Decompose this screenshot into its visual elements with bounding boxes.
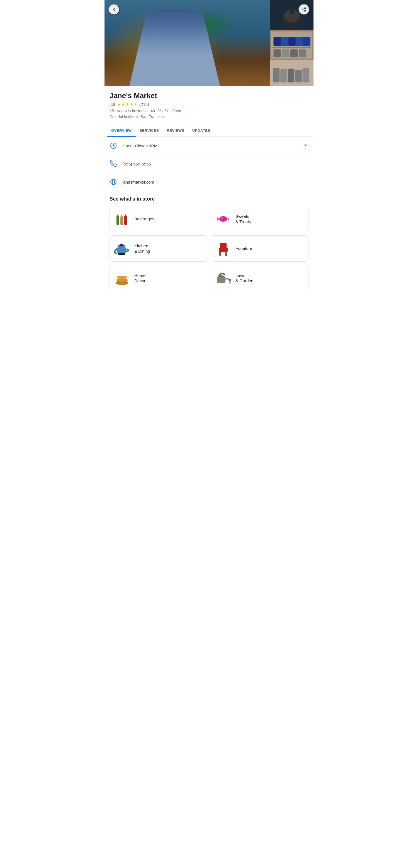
svg-point-31 — [169, 24, 172, 27]
hours-closes: · Closes 9PM — [132, 144, 157, 148]
sweets-label: Sweets& Treats — [236, 214, 251, 224]
phone-number: (555) 555-5555 — [122, 161, 308, 166]
svg-rect-40 — [290, 10, 293, 14]
hours-text: Open· Closes 9PM — [122, 144, 297, 148]
category-beverages[interactable]: Beverages — [110, 206, 207, 232]
svg-point-36 — [183, 60, 194, 68]
svg-text:COME IN, WE ARE: COME IN, WE ARE — [216, 19, 236, 22]
svg-point-34 — [158, 32, 161, 35]
beverages-label: Beverages — [134, 216, 154, 222]
back-icon — [111, 7, 117, 12]
tab-services[interactable]: Services — [136, 125, 163, 136]
svg-text:OPEN: OPEN — [221, 22, 232, 27]
svg-rect-24 — [144, 38, 153, 65]
years-in-business: 25+ years in business — [110, 108, 147, 113]
svg-rect-55 — [280, 69, 287, 83]
furniture-label: Furniture — [236, 246, 252, 251]
globe-icon — [110, 178, 117, 186]
star-rating: ★ ★ ★ ★ ★★ — [117, 102, 138, 107]
business-description: Colorful kettles in San Francisco — [110, 115, 308, 119]
review-count: (215) — [139, 102, 149, 107]
svg-rect-48 — [272, 47, 311, 48]
open-status-badge: Open — [172, 108, 181, 113]
svg-rect-18 — [149, 33, 200, 86]
info-section: Jane's Market 4.8 ★ ★ ★ ★ ★★ (215) 25+ y… — [104, 86, 314, 122]
svg-rect-25 — [195, 38, 205, 65]
svg-rect-57 — [295, 70, 302, 82]
svg-point-71 — [118, 253, 125, 255]
back-button[interactable] — [109, 4, 120, 15]
svg-point-9 — [176, 12, 190, 16]
svg-point-93 — [218, 275, 224, 277]
phone-row[interactable]: (555) 555-5555 — [104, 155, 314, 173]
svg-point-32 — [177, 24, 180, 27]
svg-point-69 — [221, 217, 223, 219]
svg-rect-45 — [288, 37, 295, 46]
lawn-garden-label: Lawn& Garden — [236, 273, 253, 284]
svg-point-92 — [230, 283, 231, 284]
address: 401 Val St — [150, 108, 168, 113]
svg-rect-23 — [192, 45, 201, 49]
svg-rect-12 — [208, 8, 242, 11]
hero-side-image-bottom — [270, 60, 314, 86]
star-3: ★ — [125, 102, 129, 107]
svg-rect-62 — [117, 216, 119, 225]
share-icon — [301, 7, 307, 12]
tab-updates[interactable]: Updates — [188, 125, 214, 136]
tab-reviews[interactable]: Reviews — [163, 125, 188, 136]
svg-rect-11 — [208, 8, 211, 84]
hours-row[interactable]: Open· Closes 9PM — [104, 137, 314, 155]
category-lawn-garden[interactable]: Lawn& Garden — [211, 265, 308, 291]
svg-rect-46 — [295, 37, 303, 46]
svg-rect-64 — [120, 216, 123, 225]
svg-point-30 — [165, 13, 184, 23]
svg-point-28 — [162, 9, 187, 23]
svg-rect-5 — [104, 0, 270, 86]
svg-rect-65 — [121, 215, 122, 217]
kitchen-label: Kitchen& Dining — [134, 243, 150, 254]
svg-point-91 — [230, 282, 231, 283]
svg-rect-89 — [229, 279, 231, 281]
tabs-nav: Overview Services Reviews Updates — [104, 125, 314, 137]
svg-rect-51 — [290, 49, 298, 57]
separator-2: · — [170, 108, 172, 113]
svg-rect-73 — [120, 244, 123, 246]
share-button[interactable] — [298, 4, 309, 15]
svg-rect-58 — [302, 68, 309, 83]
svg-rect-43 — [273, 37, 280, 46]
hours-open-label: Open — [122, 144, 132, 148]
category-home-decor[interactable]: HomeDecor — [110, 265, 207, 291]
star-2: ★ — [121, 102, 125, 107]
category-furniture[interactable]: Furniture — [211, 236, 308, 261]
svg-rect-47 — [303, 37, 310, 46]
rating-row: 4.8 ★ ★ ★ ★ ★★ (215) — [110, 102, 308, 107]
hero-main-image: COME IN, WE ARE OPEN — [104, 0, 270, 86]
sweets-icon — [215, 211, 232, 227]
svg-rect-20 — [148, 42, 156, 45]
svg-point-7 — [129, 8, 146, 14]
hero-illustration: COME IN, WE ARE OPEN — [104, 0, 270, 86]
hero-section: COME IN, WE ARE OPEN — [104, 0, 314, 86]
svg-rect-10 — [182, 11, 183, 18]
rating-number: 4.8 — [110, 102, 115, 107]
home-decor-icon — [114, 270, 130, 286]
furniture-icon — [215, 240, 232, 257]
svg-rect-44 — [280, 37, 288, 46]
svg-point-68 — [219, 216, 227, 222]
svg-point-29 — [163, 11, 186, 23]
svg-rect-74 — [219, 248, 228, 252]
svg-point-35 — [155, 60, 166, 68]
svg-rect-19 — [153, 31, 196, 53]
category-sweets[interactable]: Sweets& Treats — [211, 206, 308, 232]
tab-overview[interactable]: Overview — [107, 125, 136, 136]
svg-rect-75 — [220, 243, 227, 248]
category-kitchen[interactable]: Kitchen& Dining — [110, 236, 207, 261]
svg-line-3 — [303, 10, 305, 10]
svg-line-4 — [303, 8, 305, 9]
svg-rect-41 — [300, 17, 306, 19]
star-1: ★ — [117, 102, 121, 107]
svg-rect-21 — [148, 45, 156, 49]
svg-point-26 — [159, 9, 190, 43]
svg-rect-17 — [104, 31, 138, 33]
website-row[interactable]: janesmarket.com — [104, 173, 314, 191]
